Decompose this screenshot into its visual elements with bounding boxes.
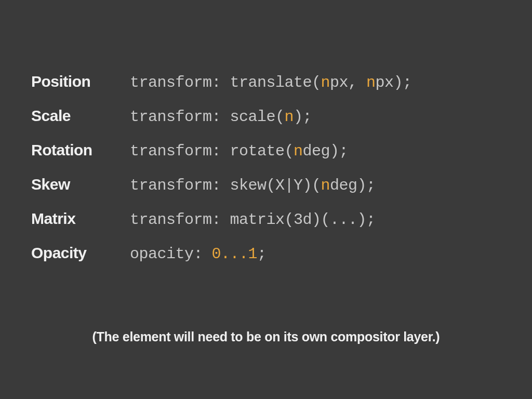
definition-label: Skew — [31, 176, 130, 193]
definition-code: transform: scale(n); — [130, 108, 312, 126]
definition-code: transform: matrix(3d)(...); — [130, 211, 376, 229]
code-text: opacity: — [130, 245, 212, 263]
definition-label: Matrix — [31, 210, 130, 228]
definition-label: Scale — [31, 107, 130, 125]
footnote: (The element will need to be on its own … — [0, 329, 532, 344]
code-text: transform: skew(X|Y)( — [130, 177, 321, 194]
code-text: deg); — [303, 142, 349, 160]
slide: Positiontransform: translate(npx, npx);S… — [0, 0, 532, 399]
definition-label: Position — [31, 73, 130, 90]
definition-row: Matrixtransform: matrix(3d)(...); — [31, 210, 501, 229]
definition-list: Positiontransform: translate(npx, npx);S… — [31, 73, 501, 263]
definition-row: Scaletransform: scale(n); — [31, 107, 501, 126]
definition-label: Opacity — [31, 244, 130, 262]
code-text: ); — [294, 108, 312, 126]
code-text: transform: scale( — [130, 108, 285, 126]
code-highlight: 0...1 — [212, 245, 258, 263]
definition-label: Rotation — [31, 141, 130, 159]
code-highlight: n — [294, 142, 303, 160]
code-text: deg); — [330, 177, 376, 194]
definition-code: transform: translate(npx, npx); — [130, 74, 412, 91]
definition-code: opacity: 0...1; — [130, 245, 267, 263]
code-text: px, — [330, 74, 366, 91]
definition-row: Skewtransform: skew(X|Y)(ndeg); — [31, 176, 501, 194]
code-text: transform: matrix(3d)(...); — [130, 211, 376, 229]
definition-row: Opacityopacity: 0...1; — [31, 244, 501, 263]
code-text: ; — [257, 245, 267, 263]
code-highlight: n — [321, 74, 330, 91]
definition-code: transform: rotate(ndeg); — [130, 142, 348, 160]
code-highlight: n — [285, 108, 294, 126]
code-text: transform: translate( — [130, 74, 321, 91]
code-highlight: n — [366, 74, 376, 91]
definition-row: Rotationtransform: rotate(ndeg); — [31, 141, 501, 160]
definition-row: Positiontransform: translate(npx, npx); — [31, 73, 501, 91]
code-highlight: n — [321, 177, 330, 194]
code-text: transform: rotate( — [130, 142, 294, 160]
definition-code: transform: skew(X|Y)(ndeg); — [130, 177, 376, 194]
code-text: px); — [376, 74, 412, 91]
